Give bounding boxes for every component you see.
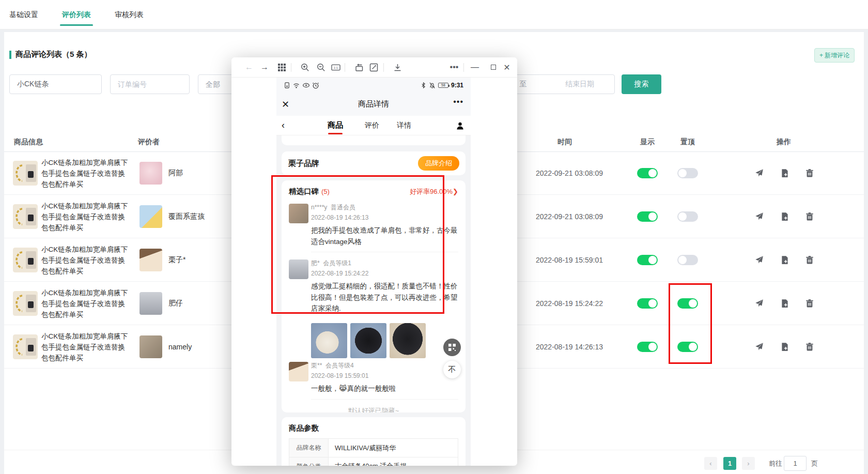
show-toggle[interactable] (637, 211, 658, 222)
alarm-icon (312, 82, 319, 89)
pin-toggle[interactable] (677, 211, 698, 222)
phone-header: ✕ 商品详情 ••• (276, 93, 471, 116)
reviews-title: 精选口碑 (289, 187, 319, 196)
export-icon[interactable] (780, 299, 789, 308)
actual-size-icon[interactable]: 1:1 (331, 63, 340, 72)
pin-toggle[interactable] (677, 342, 698, 352)
col-header-reviewer: 评价者 (138, 132, 160, 151)
reviewer-avatar (140, 292, 162, 315)
review-text: 一般般，😹真的就一般般啦 (311, 383, 458, 400)
reviewer-avatar (140, 249, 162, 271)
param-label: 颜色分类 (289, 457, 329, 466)
edit-icon[interactable] (369, 63, 378, 72)
next-page-button[interactable]: › (742, 457, 755, 470)
rotate-icon[interactable] (355, 63, 364, 72)
product-thumbnail (13, 291, 38, 316)
title-accent-bar (9, 51, 11, 59)
phone-preview: 58 9:31 ✕ 商品详情 ••• ‹ 商品 评价 详情 栗子品牌 (276, 78, 471, 466)
tab-audit-list[interactable]: 审核列表 (113, 0, 146, 29)
pin-toggle[interactable] (677, 255, 698, 265)
param-value: WILLIKIVA/威丽琦华 (329, 439, 458, 457)
delete-icon[interactable] (805, 255, 814, 265)
reviewer-avatar (140, 162, 162, 185)
param-value: 古金链条40cm 适合手提 (329, 457, 458, 466)
export-icon[interactable] (780, 212, 789, 221)
delete-icon[interactable] (805, 169, 814, 178)
send-icon[interactable] (754, 342, 764, 351)
show-toggle[interactable] (637, 255, 658, 265)
export-icon[interactable] (780, 255, 789, 265)
export-icon[interactable] (780, 342, 789, 351)
phone-content: 栗子品牌 品牌介绍 精选口碑 (5) 好评率96.00%❯ n****y 普通会… (276, 135, 471, 466)
goto-page-input[interactable] (784, 456, 807, 471)
download-icon[interactable] (393, 63, 402, 72)
export-icon[interactable] (780, 169, 789, 178)
delete-icon[interactable] (805, 299, 814, 308)
show-toggle[interactable] (637, 298, 658, 309)
send-icon[interactable] (754, 212, 764, 221)
positive-rate-link[interactable]: 好评率96.00%❯ (410, 187, 458, 196)
eye-icon (302, 82, 310, 89)
add-review-button[interactable]: + 新增评论 (814, 48, 855, 63)
review-time: 2022-08-19 14:26:13 (524, 343, 615, 351)
back-icon[interactable]: ← (244, 63, 254, 72)
phone-tab-product[interactable]: 商品 (328, 116, 343, 135)
reviewer-name: 肥* (311, 259, 320, 267)
tab-review-list[interactable]: 评价列表 (60, 0, 93, 29)
svg-text:1:1: 1:1 (334, 66, 338, 69)
more-icon[interactable]: ••• (447, 63, 461, 72)
reviewer-name: n****y (311, 204, 327, 211)
tab-basic-settings[interactable]: 基础设置 (7, 0, 40, 29)
review-photo[interactable] (350, 323, 386, 358)
zoom-in-icon[interactable] (300, 63, 309, 72)
reviewer-avatar (140, 335, 162, 358)
product-thumbnail (13, 248, 38, 272)
send-icon[interactable] (754, 299, 764, 308)
pin-toggle[interactable] (677, 168, 698, 178)
phone-tab-reviews[interactable]: 评价 (365, 116, 379, 135)
send-icon[interactable] (754, 169, 764, 178)
reviewer-avatar (289, 259, 308, 279)
previous-card-stub (282, 135, 466, 145)
qr-code-float-button[interactable] (443, 339, 461, 356)
prev-page-button[interactable]: ‹ (704, 457, 717, 470)
col-header-show: 显示 (634, 132, 660, 151)
page: 基础设置 评价列表 审核列表 商品评论列表（5 条） + 新增评论 全部 至 结… (0, 0, 868, 474)
battery-icon: 58 (438, 83, 448, 88)
member-level: 会员等级4 (326, 362, 354, 369)
keyword-input[interactable] (9, 74, 102, 94)
phone-tab-details[interactable]: 详情 (397, 116, 411, 135)
zoom-out-icon[interactable] (316, 63, 326, 72)
col-header-product: 商品信息 (14, 132, 43, 151)
more-icon[interactable]: ••• (453, 97, 463, 106)
delete-icon[interactable] (805, 342, 814, 351)
dislike-float-button[interactable]: 不 (443, 361, 461, 378)
show-toggle[interactable] (637, 168, 658, 178)
review-time: 2022-08-19 15:59:01 (524, 256, 615, 264)
wifi-icon (292, 82, 300, 89)
delete-icon[interactable] (805, 212, 814, 221)
sim-card-icon (284, 82, 290, 89)
forward-icon[interactable]: → (260, 63, 269, 72)
maximize-icon[interactable] (489, 63, 498, 72)
send-icon[interactable] (754, 255, 764, 265)
show-toggle[interactable] (637, 342, 658, 352)
order-number-input[interactable] (110, 74, 190, 94)
pin-toggle[interactable] (677, 298, 698, 309)
brand-intro-button[interactable]: 品牌介绍 (418, 156, 459, 171)
close-icon[interactable]: ✕ (502, 63, 512, 72)
grid-view-icon[interactable] (277, 63, 286, 72)
review-photo[interactable] (390, 323, 426, 358)
page-button-1[interactable]: 1 (723, 457, 736, 470)
back-chevron-icon[interactable]: ‹ (282, 120, 285, 131)
reviewer-avatar (140, 205, 162, 228)
review-date: 2022-08-19 15:24:22 (311, 270, 458, 277)
reviewer-name: 阿部 (168, 169, 183, 178)
minimize-icon[interactable]: — (470, 63, 479, 72)
col-header-ops: 操作 (771, 132, 797, 151)
review-photo[interactable] (311, 323, 347, 358)
search-button[interactable]: 搜索 (622, 74, 661, 94)
col-header-time: 时间 (552, 132, 578, 151)
person-icon[interactable] (456, 121, 464, 130)
reviewer-name: 肥仔 (168, 299, 183, 308)
